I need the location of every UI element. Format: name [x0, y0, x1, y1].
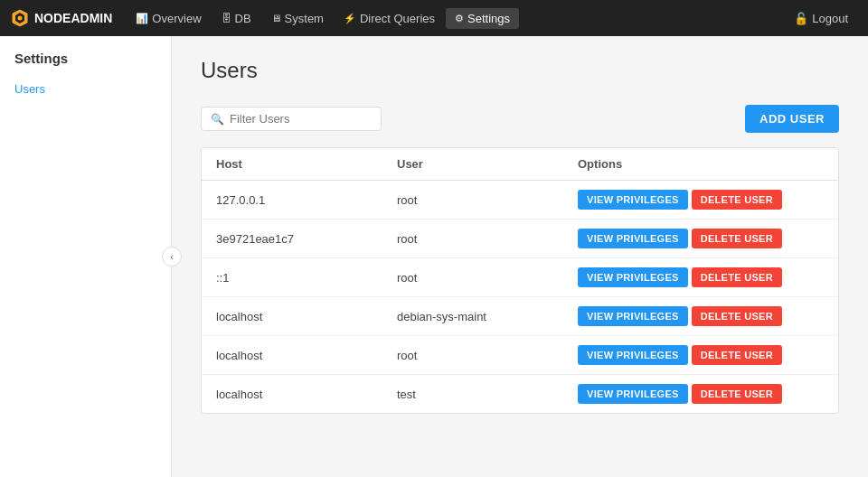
- nav-item-settings[interactable]: ⚙ Settings: [446, 8, 519, 29]
- brand-label: NODEADMIN: [34, 11, 112, 25]
- cell-host: 127.0.0.1: [202, 181, 382, 220]
- col-header-host: Host: [202, 148, 382, 181]
- cell-host: ::1: [202, 258, 382, 297]
- nav-item-db[interactable]: 🗄 DB: [212, 8, 260, 29]
- view-privileges-button[interactable]: VIEW PRIVILEGES: [578, 229, 688, 248]
- cell-user: root: [382, 181, 563, 220]
- delete-user-button[interactable]: DELETE USER: [692, 229, 782, 248]
- lightning-icon: ⚡: [344, 13, 356, 24]
- nav-item-db-label: DB: [235, 12, 251, 25]
- nav-item-settings-label: Settings: [467, 12, 510, 25]
- cell-user: debian-sys-maint: [382, 297, 563, 336]
- table-body: 127.0.0.1rootVIEW PRIVILEGESDELETE USER3…: [202, 181, 838, 414]
- table-row: localhosttestVIEW PRIVILEGESDELETE USER: [202, 375, 838, 414]
- delete-user-button[interactable]: DELETE USER: [692, 306, 782, 326]
- page-title: Users: [201, 58, 839, 83]
- main-content: Users 🔍 ADD USER Host User Options: [172, 36, 868, 477]
- table-row: 3e9721eae1c7rootVIEW PRIVILEGESDELETE US…: [202, 220, 838, 258]
- nav-item-overview[interactable]: 📊 Overview: [127, 8, 210, 29]
- logout-button[interactable]: 🔓 Logout: [785, 8, 857, 29]
- cell-host: localhost: [202, 336, 382, 375]
- nav-item-system[interactable]: 🖥 System: [262, 8, 333, 29]
- search-box: 🔍: [201, 107, 382, 131]
- db-icon: 🗄: [222, 13, 231, 23]
- navbar-left: NODEADMIN 📊 Overview 🗄 DB 🖥 System ⚡ Dir…: [11, 8, 519, 29]
- cell-user: root: [382, 336, 563, 375]
- sidebar-collapse-button[interactable]: ‹: [162, 247, 182, 267]
- nav-item-direct-queries[interactable]: ⚡ Direct Queries: [335, 8, 444, 29]
- table-header: Host User Options: [202, 148, 838, 181]
- nav-item-direct-queries-label: Direct Queries: [360, 12, 435, 25]
- layout: Settings Users ‹ Users 🔍 ADD USER Host U…: [0, 36, 868, 477]
- table-row: localhostdebian-sys-maintVIEW PRIVILEGES…: [202, 297, 838, 336]
- table-row: localhostrootVIEW PRIVILEGESDELETE USER: [202, 336, 838, 375]
- view-privileges-button[interactable]: VIEW PRIVILEGES: [578, 306, 688, 326]
- gear-icon: ⚙: [455, 13, 464, 24]
- sidebar-item-users[interactable]: Users: [0, 77, 171, 101]
- view-privileges-button[interactable]: VIEW PRIVILEGES: [578, 190, 688, 210]
- col-header-user: User: [382, 148, 563, 181]
- cell-options: VIEW PRIVILEGESDELETE USER: [563, 220, 838, 258]
- cell-user: root: [382, 258, 563, 297]
- table-row: 127.0.0.1rootVIEW PRIVILEGESDELETE USER: [202, 181, 838, 220]
- search-input[interactable]: [230, 112, 372, 126]
- navbar-right: 🔓 Logout: [785, 8, 857, 29]
- logout-icon: 🔓: [794, 12, 808, 25]
- overview-icon: 📊: [136, 13, 148, 24]
- nav-items: 📊 Overview 🗄 DB 🖥 System ⚡ Direct Querie…: [127, 8, 519, 29]
- logout-label: Logout: [812, 12, 848, 25]
- cell-options: VIEW PRIVILEGESDELETE USER: [563, 258, 838, 297]
- delete-user-button[interactable]: DELETE USER: [692, 267, 782, 287]
- system-icon: 🖥: [271, 13, 281, 23]
- add-user-button[interactable]: ADD USER: [745, 105, 839, 133]
- cell-options: VIEW PRIVILEGESDELETE USER: [563, 375, 838, 414]
- sidebar: Settings Users ‹: [0, 36, 172, 477]
- cell-host: localhost: [202, 297, 382, 336]
- sidebar-title: Settings: [0, 51, 171, 77]
- search-icon: 🔍: [211, 113, 224, 126]
- nav-item-system-label: System: [285, 12, 324, 25]
- table-row: ::1rootVIEW PRIVILEGESDELETE USER: [202, 258, 838, 297]
- users-table-container: Host User Options 127.0.0.1rootVIEW PRIV…: [201, 147, 839, 414]
- delete-user-button[interactable]: DELETE USER: [692, 190, 782, 210]
- sidebar-item-users-label: Users: [14, 82, 45, 96]
- cell-user: root: [382, 220, 563, 258]
- brand-icon: [11, 9, 29, 27]
- cell-host: 3e9721eae1c7: [202, 220, 382, 258]
- table-header-row: Host User Options: [202, 148, 838, 181]
- navbar: NODEADMIN 📊 Overview 🗄 DB 🖥 System ⚡ Dir…: [0, 0, 868, 36]
- view-privileges-button[interactable]: VIEW PRIVILEGES: [578, 384, 688, 404]
- nav-item-overview-label: Overview: [152, 12, 201, 25]
- brand-logo[interactable]: NODEADMIN: [11, 9, 112, 27]
- cell-options: VIEW PRIVILEGESDELETE USER: [563, 336, 838, 375]
- cell-user: test: [382, 375, 563, 414]
- cell-options: VIEW PRIVILEGESDELETE USER: [563, 297, 838, 336]
- users-table: Host User Options 127.0.0.1rootVIEW PRIV…: [202, 148, 838, 413]
- delete-user-button[interactable]: DELETE USER: [692, 384, 782, 404]
- view-privileges-button[interactable]: VIEW PRIVILEGES: [578, 345, 688, 365]
- toolbar: 🔍 ADD USER: [201, 105, 839, 133]
- cell-host: localhost: [202, 375, 382, 414]
- svg-point-2: [18, 16, 23, 21]
- cell-options: VIEW PRIVILEGESDELETE USER: [563, 181, 838, 220]
- delete-user-button[interactable]: DELETE USER: [692, 345, 782, 365]
- col-header-options: Options: [563, 148, 838, 181]
- view-privileges-button[interactable]: VIEW PRIVILEGES: [578, 267, 688, 287]
